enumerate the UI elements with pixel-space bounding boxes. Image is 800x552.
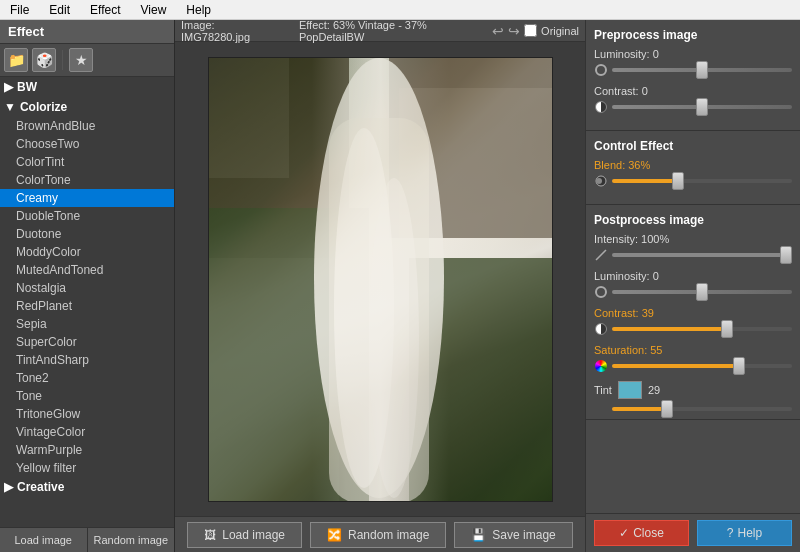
luminosity2-container [594, 285, 792, 299]
load-icon: 🖼 [204, 528, 216, 542]
postprocess-title: Postprocess image [594, 213, 792, 227]
effect-vintagecolor[interactable]: VintageColor [0, 423, 174, 441]
saturation-icon [594, 359, 608, 373]
image-filename: Image: IMG78280.jpg [181, 19, 283, 43]
save-icon: 💾 [471, 528, 486, 542]
saturation-slider[interactable] [612, 364, 792, 368]
nav-back-icon[interactable]: ↩ [492, 23, 504, 39]
luminosity1-container [594, 63, 792, 77]
effect-colortone[interactable]: ColorTone [0, 171, 174, 189]
load-image-bottom-button[interactable]: 🖼 Load image [187, 522, 302, 548]
effect-tone2[interactable]: Tone2 [0, 369, 174, 387]
luminosity1-row: Luminosity: 0 [594, 48, 792, 77]
intensity-label: Intensity: 100% [594, 233, 792, 245]
main-image [208, 57, 553, 502]
tint-color-picker[interactable] [618, 381, 642, 399]
menu-effect[interactable]: Effect [84, 3, 126, 17]
effect-sepia[interactable]: Sepia [0, 315, 174, 333]
blend-label: Blend: 36% [594, 159, 792, 171]
left-panel: Effect 📁 🎲 ★ ▶ BW ▼ Colorize BrownAndBlu… [0, 20, 175, 552]
menu-bar: File Edit Effect View Help [0, 0, 800, 20]
open-folder-button[interactable]: 📁 [4, 48, 28, 72]
effect-brownandblue[interactable]: BrownAndBlue [0, 117, 174, 135]
effect-supercolor[interactable]: SuperColor [0, 333, 174, 351]
luminosity1-icon [594, 63, 608, 77]
favorite-button[interactable]: ★ [69, 48, 93, 72]
image-toolbar: Image: IMG78280.jpg Effect: 63% Vintage … [175, 20, 585, 42]
effect-list: ▶ BW ▼ Colorize BrownAndBlue ChooseTwo C… [0, 77, 174, 527]
contrast1-container [594, 100, 792, 114]
effect-colortint[interactable]: ColorTint [0, 153, 174, 171]
tint-value: 29 [648, 384, 660, 396]
effect-creamy[interactable]: Creamy [0, 189, 174, 207]
effect-duotone[interactable]: Duotone [0, 225, 174, 243]
effect-duobletone[interactable]: DuobleTone [0, 207, 174, 225]
blend-icon [594, 174, 608, 188]
effect-tone[interactable]: Tone [0, 387, 174, 405]
menu-file[interactable]: File [4, 3, 35, 17]
svg-line-13 [596, 250, 606, 260]
effect-nostalgia[interactable]: Nostalgia [0, 279, 174, 297]
effect-tintandsharp[interactable]: TintAndSharp [0, 351, 174, 369]
random-image-bottom-button[interactable]: 🔀 Random image [310, 522, 446, 548]
svg-point-10 [369, 178, 419, 498]
contrast1-slider[interactable] [612, 105, 792, 109]
luminosity2-icon [594, 285, 608, 299]
luminosity2-row: Luminosity: 0 [594, 270, 792, 299]
tint-slider-container [594, 407, 792, 411]
image-bottom-toolbar: 🖼 Load image 🔀 Random image 💾 Save image [175, 516, 585, 552]
effect-choosetwo[interactable]: ChooseTwo [0, 135, 174, 153]
control-title: Control Effect [594, 139, 792, 153]
luminosity2-label: Luminosity: 0 [594, 270, 792, 282]
tint-slider[interactable] [612, 407, 792, 411]
intensity-row: Intensity: 100% [594, 233, 792, 262]
nav-forward-icon[interactable]: ↪ [508, 23, 520, 39]
category-colorize-label: Colorize [20, 100, 67, 114]
blend-row: Blend: 36% [594, 159, 792, 188]
effect-info: Effect: 63% Vintage - 37% PopDetailBW [299, 19, 488, 43]
expand-icon: ▶ [4, 80, 13, 94]
effect-warmpurple[interactable]: WarmPurple [0, 441, 174, 459]
tint-row: Tint 29 [594, 381, 792, 399]
effect-moddycolor[interactable]: ModdyColor [0, 243, 174, 261]
luminosity1-slider[interactable] [612, 68, 792, 72]
original-checkbox[interactable] [524, 24, 537, 37]
intensity-icon [594, 248, 608, 262]
effect-yellowfilter[interactable]: Yellow filter [0, 459, 174, 477]
category-creative[interactable]: ▶ Creative [0, 477, 174, 497]
category-creative-label: Creative [17, 480, 64, 494]
menu-view[interactable]: View [135, 3, 173, 17]
saturation-row: Saturation: 55 [594, 344, 792, 373]
luminosity1-label: Luminosity: 0 [594, 48, 792, 60]
intensity-container [594, 248, 792, 262]
category-bw[interactable]: ▶ BW [0, 77, 174, 97]
random-image-button[interactable]: Random image [88, 528, 175, 552]
saturation-container [594, 359, 792, 373]
right-bottom-bar: ✓ Close ? Help [586, 513, 800, 552]
contrast1-label: Contrast: 0 [594, 85, 792, 97]
intensity-slider[interactable] [612, 253, 792, 257]
expand-icon-creative: ▶ [4, 480, 13, 494]
close-button[interactable]: ✓ Close [594, 520, 689, 546]
contrast2-row: Contrast: 39 [594, 307, 792, 336]
control-section: Control Effect Blend: 36% [586, 131, 800, 205]
random-effect-button[interactable]: 🎲 [32, 48, 56, 72]
load-image-button[interactable]: Load image [0, 528, 88, 552]
luminosity2-slider[interactable] [612, 290, 792, 294]
blend-slider[interactable] [612, 179, 792, 183]
contrast1-row: Contrast: 0 [594, 85, 792, 114]
save-image-button[interactable]: 💾 Save image [454, 522, 572, 548]
left-bottom-bar: Load image Random image [0, 527, 174, 552]
svg-rect-1 [209, 58, 289, 178]
menu-edit[interactable]: Edit [43, 3, 76, 17]
effect-mutedandtoned[interactable]: MutedAndToned [0, 261, 174, 279]
effect-tritoneglow[interactable]: TritoneGlow [0, 405, 174, 423]
main-layout: Effect 📁 🎲 ★ ▶ BW ▼ Colorize BrownAndBlu… [0, 20, 800, 552]
help-button[interactable]: ? Help [697, 520, 792, 546]
category-bw-label: BW [17, 80, 37, 94]
random-icon: 🔀 [327, 528, 342, 542]
effect-redplanet[interactable]: RedPlanet [0, 297, 174, 315]
category-colorize[interactable]: ▼ Colorize [0, 97, 174, 117]
contrast2-slider[interactable] [612, 327, 792, 331]
menu-help[interactable]: Help [180, 3, 217, 17]
